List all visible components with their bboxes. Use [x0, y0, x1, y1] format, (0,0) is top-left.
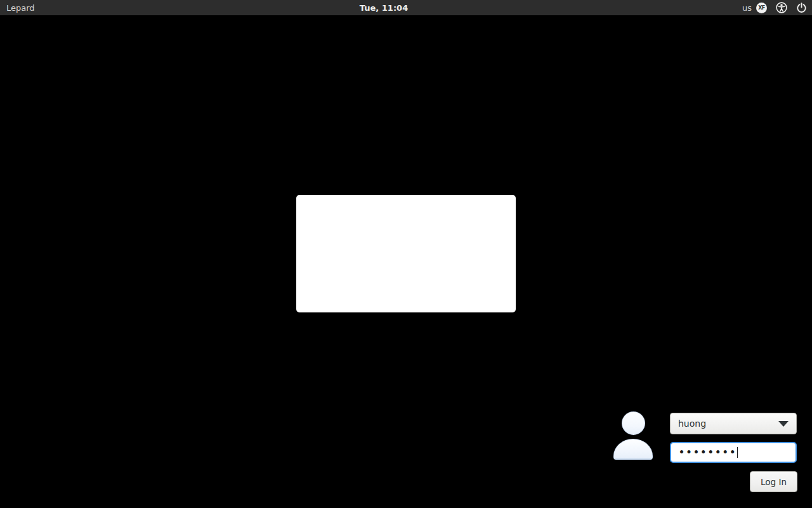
password-masked-text: ••••••••: [679, 448, 737, 457]
avatar-head-shape: [622, 411, 645, 435]
text-cursor: [737, 447, 738, 458]
password-input[interactable]: ••••••••: [670, 442, 797, 463]
power-icon[interactable]: [796, 3, 807, 13]
chevron-down-icon: [778, 421, 789, 427]
input-source-badge-label: XF: [758, 5, 765, 11]
desktop-background: Lepard Tue, 11:04 us XF: [0, 0, 812, 508]
selected-username: huong: [678, 418, 778, 429]
user-select-dropdown[interactable]: huong: [670, 413, 797, 434]
app-menu-label: Lepard: [6, 3, 35, 13]
keyboard-layout-indicator[interactable]: us: [742, 3, 752, 13]
top-bar: Lepard Tue, 11:04 us XF: [0, 0, 812, 15]
clock[interactable]: Tue, 11:04: [360, 0, 408, 15]
login-dialog: huong •••••••• Log In: [296, 195, 516, 312]
login-button[interactable]: Log In: [750, 471, 797, 492]
clock-label: Tue, 11:04: [360, 3, 408, 13]
user-avatar-icon: [613, 411, 653, 460]
app-menu[interactable]: Lepard: [6, 0, 35, 15]
accessibility-icon[interactable]: [776, 2, 787, 13]
avatar-body-shape: [613, 439, 653, 460]
input-source-badge-icon[interactable]: XF: [756, 3, 767, 13]
top-bar-status-area: us XF: [742, 0, 807, 15]
